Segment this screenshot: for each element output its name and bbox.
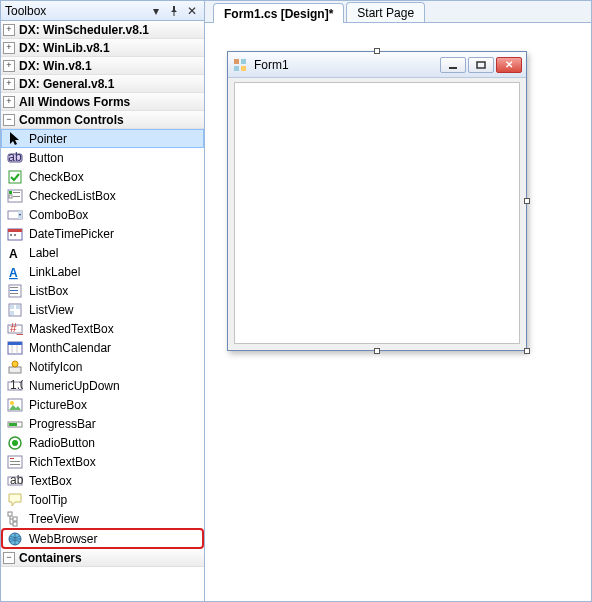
svg-rect-47 (13, 517, 17, 521)
toolbox-item-checkbox[interactable]: CheckBox (1, 167, 204, 186)
listbox-icon (7, 283, 23, 299)
toolbox-item-textbox[interactable]: ablTextBox (1, 471, 204, 490)
form-titlebar[interactable]: Form1 ✕ (228, 52, 526, 78)
svg-rect-55 (477, 62, 485, 68)
toolbox-item-numeric[interactable]: 1.0NumericUpDown (1, 376, 204, 395)
toolbox-item-label: NumericUpDown (29, 379, 120, 393)
toolbox-group-containers[interactable]: −Containers (1, 549, 204, 567)
group-label: DX: Win.v8.1 (19, 59, 92, 73)
svg-rect-27 (8, 342, 22, 345)
toolbox-item-checkedlist[interactable]: CheckedListBox (1, 186, 204, 205)
toolbox-header: Toolbox ▾ ✕ (1, 1, 204, 21)
design-area: Form1.cs [Design]*Start Page Form1 ✕ (205, 1, 591, 601)
expand-icon[interactable]: + (3, 42, 15, 54)
toolbox-item-label: TextBox (29, 474, 72, 488)
svg-rect-52 (234, 66, 239, 71)
toolbox-item-webbrowser[interactable]: WebBrowser (1, 528, 204, 549)
designer-canvas[interactable]: Form1 ✕ (205, 23, 591, 601)
expand-icon[interactable]: + (3, 24, 15, 36)
toolbox-item-label[interactable]: ALabel (1, 243, 204, 262)
toolbox-group[interactable]: +DX: WinLib.v8.1 (1, 39, 204, 57)
picture-icon (7, 397, 23, 413)
resize-handle-n[interactable] (374, 48, 380, 54)
svg-text:1.0: 1.0 (10, 378, 23, 392)
pin-icon[interactable] (166, 3, 182, 19)
toolbox-title: Toolbox (5, 4, 146, 18)
pointer-icon (7, 131, 23, 147)
toolbox-item-notify[interactable]: NotifyIcon (1, 357, 204, 376)
toolbox-item-progress[interactable]: ProgressBar (1, 414, 204, 433)
close-button[interactable]: ✕ (496, 57, 522, 73)
toolbox-item-label: ListView (29, 303, 73, 317)
tab-label: Start Page (357, 6, 414, 20)
svg-text:abl: abl (10, 473, 23, 487)
toolbox-item-link[interactable]: ALinkLabel (1, 262, 204, 281)
resize-handle-se[interactable] (524, 348, 530, 354)
toolbox-group[interactable]: +All Windows Forms (1, 93, 204, 111)
textbox-icon: abl (7, 473, 23, 489)
toolbox-item-label: ListBox (29, 284, 68, 298)
group-label: Containers (19, 551, 82, 565)
toolbox-group-common-controls[interactable]: −Common Controls (1, 111, 204, 129)
toolbox-item-button[interactable]: abButton (1, 148, 204, 167)
toolbox-item-masked[interactable]: #_MaskedTextBox (1, 319, 204, 338)
toolbox-item-label: LinkLabel (29, 265, 80, 279)
toolbox-item-label: Label (29, 246, 58, 260)
dropdown-icon[interactable]: ▾ (148, 3, 164, 19)
form-window[interactable]: Form1 ✕ (227, 51, 527, 351)
resize-handle-s[interactable] (374, 348, 380, 354)
group-label: DX: General.v8.1 (19, 77, 114, 91)
toolbox-item-label: WebBrowser (29, 532, 97, 546)
toolbox-item-tree[interactable]: TreeView (1, 509, 204, 528)
svg-rect-48 (13, 522, 17, 526)
datetime-icon (7, 226, 23, 242)
expand-icon[interactable]: + (3, 78, 15, 90)
toolbox-item-label: DateTimePicker (29, 227, 114, 241)
document-tab[interactable]: Form1.cs [Design]* (213, 3, 344, 23)
toolbox-item-pointer[interactable]: Pointer (1, 129, 204, 148)
svg-rect-46 (8, 512, 12, 516)
toolbox-item-richtext[interactable]: RichTextBox (1, 452, 204, 471)
toolbox-item-picture[interactable]: PictureBox (1, 395, 204, 414)
checkbox-icon (7, 169, 23, 185)
button-icon: ab (7, 150, 23, 166)
toolbox-item-tooltip[interactable]: ToolTip (1, 490, 204, 509)
calendar-icon (7, 340, 23, 356)
toolbox-item-label: ToolTip (29, 493, 67, 507)
document-tab[interactable]: Start Page (346, 2, 425, 22)
document-tabs: Form1.cs [Design]*Start Page (205, 1, 591, 23)
window-buttons: ✕ (440, 57, 522, 73)
tree-icon (7, 511, 23, 527)
toolbox-item-combo[interactable]: ComboBox (1, 205, 204, 224)
toolbox-group[interactable]: +DX: General.v8.1 (1, 75, 204, 93)
listview-icon (7, 302, 23, 318)
svg-rect-54 (449, 67, 457, 69)
tooltip-icon (7, 492, 23, 508)
toolbox-item-datetime[interactable]: DateTimePicker (1, 224, 204, 243)
collapse-icon[interactable]: − (3, 552, 15, 564)
expand-icon[interactable]: + (3, 96, 15, 108)
expand-icon[interactable]: + (3, 60, 15, 72)
form-client-area[interactable] (234, 82, 520, 344)
toolbox-group[interactable]: +DX: WinScheduler.v8.1 (1, 21, 204, 39)
svg-rect-4 (9, 191, 12, 194)
toolbox-item-label: MonthCalendar (29, 341, 111, 355)
resize-handle-e[interactable] (524, 198, 530, 204)
toolbox-group[interactable]: +DX: Win.v8.1 (1, 57, 204, 75)
toolbox-item-radio[interactable]: RadioButton (1, 433, 204, 452)
toolbox-item-listview[interactable]: ListView (1, 300, 204, 319)
svg-rect-53 (241, 66, 246, 71)
toolbox-item-label: Button (29, 151, 64, 165)
svg-rect-37 (9, 423, 17, 426)
minimize-button[interactable] (440, 57, 466, 73)
close-icon[interactable]: ✕ (184, 3, 200, 19)
toolbox-item-listbox[interactable]: ListBox (1, 281, 204, 300)
maximize-button[interactable] (468, 57, 494, 73)
svg-point-35 (10, 401, 14, 405)
svg-text:#_: #_ (10, 321, 23, 335)
toolbox-item-label: CheckBox (29, 170, 84, 184)
toolbox-item-calendar[interactable]: MonthCalendar (1, 338, 204, 357)
collapse-icon[interactable]: − (3, 114, 15, 126)
svg-point-39 (12, 440, 18, 446)
toolbox-item-label: TreeView (29, 512, 79, 526)
